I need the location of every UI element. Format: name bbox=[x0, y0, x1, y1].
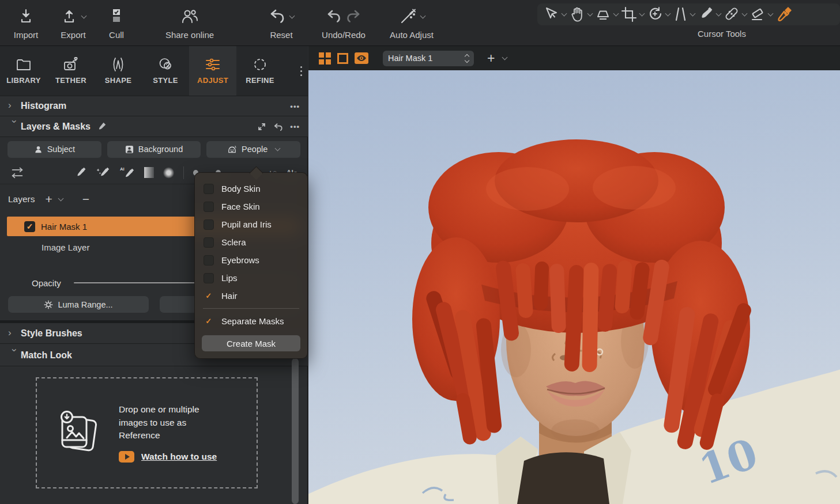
separate-masks-checkbox[interactable]: ✓ bbox=[204, 316, 214, 327]
magic-brush-tool-icon[interactable] bbox=[96, 166, 110, 180]
drop-images-icon bbox=[53, 407, 103, 460]
mask-selector-dropdown[interactable]: Hair Mask 1 bbox=[383, 51, 474, 66]
multi-view-icon[interactable] bbox=[319, 52, 331, 65]
ai-brush-tool-icon[interactable]: AI bbox=[119, 166, 135, 180]
mask-subject-button[interactable]: Subject bbox=[7, 141, 101, 158]
export-dropdown-chevron-icon bbox=[81, 13, 87, 18]
linear-gradient-mask-icon[interactable] bbox=[144, 167, 155, 178]
expand-panel-icon[interactable] bbox=[257, 122, 266, 131]
reset-button[interactable]: Reset bbox=[257, 3, 306, 40]
reset-dropdown-chevron-icon bbox=[289, 13, 295, 18]
reference-dropzone[interactable]: Drop one or multiple images to use as Re… bbox=[36, 377, 258, 488]
lips-checkbox[interactable] bbox=[204, 273, 214, 283]
tab-style[interactable]: STYLE bbox=[142, 46, 189, 96]
tabs-overflow-menu[interactable] bbox=[300, 46, 308, 96]
show-mask-icon[interactable] bbox=[355, 52, 368, 64]
radial-gradient-mask-icon[interactable] bbox=[163, 167, 174, 179]
ai-mask-buttons: Subject Background People bbox=[0, 137, 308, 161]
luma-range-button[interactable]: Luma Range... bbox=[8, 296, 149, 313]
popup-item-body-skin[interactable]: Body Skin bbox=[195, 180, 307, 198]
heal-tool-chevron-icon bbox=[742, 10, 748, 16]
mask-background-label: Background bbox=[138, 145, 183, 154]
cull-button[interactable]: Cull bbox=[101, 3, 131, 40]
luma-range-label: Luma Range... bbox=[58, 300, 112, 309]
pan-hand-tool[interactable] bbox=[569, 6, 592, 23]
layers-masks-more-icon[interactable]: ••• bbox=[290, 122, 300, 131]
cull-label: Cull bbox=[109, 30, 124, 40]
keystone-tool[interactable] bbox=[673, 6, 695, 23]
popup-item-sclera[interactable]: Sclera bbox=[195, 233, 307, 251]
tab-tether[interactable]: TETHER bbox=[47, 46, 95, 96]
play-video-icon[interactable] bbox=[119, 451, 134, 463]
pupil-iris-checkbox[interactable] bbox=[204, 219, 214, 230]
collapse-chevron-icon: › bbox=[8, 100, 21, 111]
histogram-header[interactable]: › Histogram ••• bbox=[0, 96, 308, 116]
brush-tool-icon[interactable] bbox=[74, 166, 86, 180]
create-mask-button[interactable]: Create Mask bbox=[202, 335, 300, 351]
swap-masks-icon[interactable] bbox=[10, 166, 24, 179]
body-skin-checkbox[interactable] bbox=[204, 184, 214, 194]
add-mask-chevron-icon[interactable] bbox=[502, 54, 508, 60]
popup-divider bbox=[203, 308, 299, 309]
checkmark-icon: ✓ bbox=[27, 222, 33, 231]
face-skin-checkbox[interactable] bbox=[204, 202, 214, 212]
left-panel: LIBRARY TETHER SHAPE STYLE ADJUST REFINE… bbox=[0, 46, 308, 504]
popup-item-pupil-iris[interactable]: Pupil and Iris bbox=[195, 215, 307, 233]
crop-tool-chevron-icon bbox=[639, 10, 645, 16]
add-layer-button[interactable]: + bbox=[46, 192, 52, 206]
expand-chevron-icon: › bbox=[9, 348, 20, 361]
undo-redo-button[interactable]: Undo/Redo bbox=[314, 3, 374, 40]
popup-item-hair[interactable]: ✓ Hair bbox=[195, 287, 307, 305]
rotate-tool-chevron-icon bbox=[665, 10, 671, 16]
pointer-tool[interactable] bbox=[543, 6, 566, 23]
popup-item-label: Face Skin bbox=[221, 202, 260, 211]
remove-layer-button[interactable]: − bbox=[82, 192, 89, 206]
erase-tool[interactable] bbox=[749, 6, 773, 23]
main-actions: Import Export Cull Share online bbox=[9, 3, 443, 40]
panel-scrollbar[interactable] bbox=[292, 358, 299, 504]
tab-shape[interactable]: SHAPE bbox=[95, 46, 142, 96]
library-folder-icon bbox=[16, 57, 32, 72]
histogram-more-icon[interactable]: ••• bbox=[290, 102, 300, 111]
keystone-tool-chevron-icon bbox=[690, 10, 696, 16]
tab-adjust[interactable]: ADJUST bbox=[189, 46, 236, 96]
layer-visibility-checkbox[interactable]: ✓ bbox=[24, 221, 35, 232]
auto-adjust-label: Auto Adjust bbox=[390, 30, 434, 40]
histogram-title: Histogram bbox=[21, 101, 66, 111]
popup-item-lips[interactable]: Lips bbox=[195, 269, 307, 287]
heal-tool[interactable] bbox=[724, 6, 747, 23]
pick-color-tool[interactable] bbox=[775, 6, 793, 23]
hair-checkbox[interactable]: ✓ bbox=[204, 291, 214, 301]
single-view-icon[interactable] bbox=[337, 53, 348, 64]
cursor-tools-group: Cursor Tools bbox=[537, 3, 840, 39]
sclera-checkbox[interactable] bbox=[204, 237, 214, 248]
popup-item-eyebrows[interactable]: Eyebrows bbox=[195, 251, 307, 269]
popup-item-separate-masks[interactable]: ✓ Separate Masks bbox=[195, 312, 307, 330]
add-layer-chevron-icon[interactable] bbox=[58, 195, 63, 201]
top-toolbar: Import Export Cull Share online bbox=[0, 0, 840, 46]
auto-adjust-button[interactable]: Auto Adjust bbox=[381, 3, 443, 40]
popup-item-face-skin[interactable]: Face Skin bbox=[195, 198, 307, 215]
reset-adjustments-icon[interactable] bbox=[273, 122, 283, 131]
popup-item-label: Hair bbox=[221, 291, 238, 301]
import-button[interactable]: Import bbox=[9, 3, 43, 40]
tab-tether-label: TETHER bbox=[55, 76, 86, 85]
layers-masks-header[interactable]: › Layers & Masks ••• bbox=[0, 116, 308, 137]
rotate-tool[interactable] bbox=[647, 6, 670, 23]
loupe-tool[interactable] bbox=[595, 6, 618, 23]
shape-lens-icon bbox=[110, 57, 126, 72]
watch-how-to-use-link[interactable]: Watch how to use bbox=[141, 452, 217, 462]
share-online-button[interactable]: Share online bbox=[156, 3, 224, 40]
crop-tool[interactable] bbox=[621, 6, 644, 23]
mask-background-button[interactable]: Background bbox=[107, 141, 201, 158]
export-button[interactable]: Export bbox=[50, 3, 97, 40]
mask-people-button[interactable]: People bbox=[206, 141, 300, 158]
expand-chevron-icon: › bbox=[9, 120, 20, 132]
tab-library[interactable]: LIBRARY bbox=[0, 46, 47, 96]
add-mask-button[interactable]: + bbox=[487, 51, 495, 66]
draw-mask-tool[interactable] bbox=[698, 6, 721, 23]
tab-refine[interactable]: REFINE bbox=[236, 46, 284, 96]
image-viewer-canvas[interactable]: 10 bbox=[308, 70, 840, 504]
eyebrows-checkbox[interactable] bbox=[204, 255, 214, 266]
tab-library-label: LIBRARY bbox=[6, 76, 40, 85]
